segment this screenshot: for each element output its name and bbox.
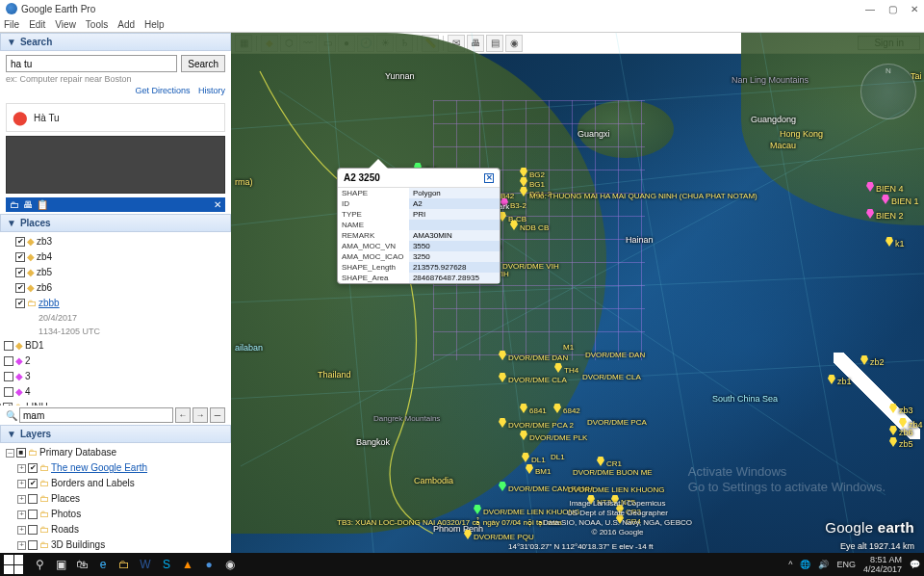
ruler-overlay bbox=[834, 353, 920, 439]
tree-item-zb5[interactable]: ✔◆zb5 bbox=[15, 265, 227, 280]
map-viewport[interactable]: ▦ ◆ ⬡ 〰 ▭ ● 🕘 ☀ ♄ 📏 ✉ 🖶 ▤ ◉ Sign in bbox=[231, 33, 924, 553]
balloon-title: A2 3250 bbox=[344, 172, 380, 183]
layer-item[interactable]: +🗀Photos bbox=[17, 507, 227, 522]
layer-item[interactable]: +🗀Places bbox=[17, 491, 227, 507]
tree-item-zb3[interactable]: ✔◆zb3 bbox=[15, 234, 227, 249]
sidebar: ▼Search Search ex: Computer repair near … bbox=[0, 33, 231, 553]
layer-item[interactable]: +✔🗀Borders and Labels bbox=[17, 476, 227, 491]
tree-item-3[interactable]: ◆3 bbox=[4, 369, 227, 384]
search-panel-header[interactable]: ▼Search bbox=[0, 33, 231, 51]
taskbar-edge-icon[interactable]: e bbox=[92, 555, 114, 574]
layers-panel-header[interactable]: ▼Layers bbox=[0, 425, 231, 443]
activate-windows-watermark: Activate Windows Go to Settings to activ… bbox=[688, 464, 886, 495]
find-prev-button[interactable]: ← bbox=[175, 407, 191, 423]
menu-help[interactable]: Help bbox=[144, 19, 165, 30]
search-result[interactable]: ⬤ Hà Tu bbox=[6, 103, 225, 132]
tree-item-zb4[interactable]: ✔◆zb4 bbox=[15, 249, 227, 265]
balloon-attribute-table: SHAPEPolygonIDA2TYPEPRINAMEREMARKAMA30MI… bbox=[338, 188, 500, 283]
tree-item-4[interactable]: ◆4 bbox=[4, 384, 227, 400]
minimize-button[interactable]: — bbox=[865, 4, 875, 14]
tray-network-icon[interactable]: 🌐 bbox=[800, 560, 810, 569]
find-icon: 🔍 bbox=[6, 410, 17, 421]
window-controls: — ▢ ✕ bbox=[865, 4, 918, 14]
tray-up-icon[interactable]: ^ bbox=[788, 560, 792, 569]
tree-item-2[interactable]: ◆2 bbox=[4, 353, 227, 369]
window-titlebar: Google Earth Pro — ▢ ✕ bbox=[0, 0, 924, 17]
layer-item[interactable]: +🗀Roads bbox=[17, 522, 227, 537]
find-next-button[interactable]: → bbox=[192, 407, 208, 423]
taskbar-word-icon[interactable]: W bbox=[135, 555, 156, 574]
maximize-button[interactable]: ▢ bbox=[888, 4, 897, 14]
app-icon bbox=[6, 3, 17, 14]
search-button[interactable]: Search bbox=[181, 55, 225, 72]
eye-altitude: Eye alt 1927.14 km bbox=[840, 541, 914, 551]
search-history-link[interactable]: History bbox=[198, 86, 225, 95]
start-button[interactable] bbox=[4, 555, 23, 574]
tray-volume-icon[interactable]: 🔊 bbox=[818, 560, 829, 569]
search-result-toolbar: 🗀🖶📋 ✕ bbox=[6, 197, 225, 212]
tray-clock[interactable]: 8:51 AM4/24/2017 bbox=[863, 555, 902, 574]
window-title: Google Earth Pro bbox=[21, 4, 95, 14]
search-hint: ex: Computer repair near Boston bbox=[6, 74, 225, 84]
taskbar-skype-icon[interactable]: S bbox=[156, 555, 177, 574]
menu-view[interactable]: View bbox=[55, 19, 76, 30]
menu-edit[interactable]: Edit bbox=[29, 19, 45, 30]
folder-icon[interactable]: 🗀 bbox=[10, 199, 19, 210]
layer-primary-db[interactable]: –■🗀Primary Database bbox=[6, 445, 227, 460]
layer-item[interactable]: +✔🗀The new Google Earth bbox=[17, 460, 227, 476]
taskbar-earth-icon[interactable]: ● bbox=[198, 555, 219, 574]
menu-file[interactable]: File bbox=[4, 19, 19, 30]
menu-tools[interactable]: Tools bbox=[86, 19, 108, 30]
tree-item-zbbb[interactable]: ✔🗀zbbb bbox=[15, 296, 227, 311]
layer-item[interactable]: +🗀3D Buildings bbox=[17, 537, 227, 553]
search-ad-panel bbox=[6, 136, 225, 194]
tray-notifications-icon[interactable]: 💬 bbox=[910, 560, 920, 569]
result-close-button[interactable]: ✕ bbox=[214, 199, 221, 210]
places-panel-header[interactable]: ▼Places bbox=[0, 214, 231, 232]
taskbar-vlc-icon[interactable]: ▲ bbox=[177, 555, 198, 574]
taskbar-search-icon[interactable]: ⚲ bbox=[29, 555, 50, 574]
places-find-input[interactable] bbox=[19, 407, 173, 423]
location-pin-icon: ⬤ bbox=[13, 110, 28, 125]
map-attribution: Image Landsat / CopernicusUS Dept of Sta… bbox=[543, 499, 692, 537]
print-icon[interactable]: 🖶 bbox=[23, 199, 33, 210]
layers-tree: –■🗀Primary Database +✔🗀The new Google Ea… bbox=[0, 443, 231, 553]
close-button[interactable]: ✕ bbox=[911, 4, 918, 14]
taskbar-store-icon[interactable]: 🛍 bbox=[71, 555, 92, 574]
taskbar-chrome-icon[interactable]: ◉ bbox=[219, 555, 241, 574]
find-clear-button[interactable]: ─ bbox=[210, 407, 225, 423]
menu-add[interactable]: Add bbox=[117, 19, 135, 30]
balloon-close-button[interactable]: ✕ bbox=[484, 173, 494, 183]
taskbar-explorer-icon[interactable]: 🗀 bbox=[114, 555, 135, 574]
placemark-balloon: A2 3250 ✕ SHAPEPolygonIDA2TYPEPRINAMEREM… bbox=[337, 168, 500, 284]
map-status: 14°31'03.27" N 112°40'18.37" E elev -14 … bbox=[508, 542, 653, 551]
tree-item-zb6[interactable]: ✔◆zb6 bbox=[15, 280, 227, 296]
copy-icon[interactable]: 📋 bbox=[37, 199, 48, 210]
google-earth-logo: Google earth bbox=[825, 519, 914, 536]
tree-item-bd1[interactable]: ◆BD1 bbox=[4, 338, 227, 353]
taskbar-taskview-icon[interactable]: ▣ bbox=[50, 555, 71, 574]
search-input[interactable] bbox=[6, 55, 177, 72]
tray-language[interactable]: ENG bbox=[836, 560, 856, 569]
nav-compass[interactable] bbox=[860, 64, 916, 119]
get-directions-link[interactable]: Get Directions bbox=[135, 86, 190, 95]
windows-taskbar: ⚲ ▣ 🛍 e 🗀 W S ▲ ● ◉ ^ 🌐 🔊 ENG 8:51 AM4/2… bbox=[0, 553, 924, 576]
places-tree: ✔◆zb3 ✔◆zb4 ✔◆zb5 ✔◆zb6 ✔🗀zbbb 20/4/2017… bbox=[0, 232, 231, 406]
search-result-label: Hà Tu bbox=[34, 113, 60, 123]
menubar: File Edit View Tools Add Help bbox=[0, 17, 924, 33]
